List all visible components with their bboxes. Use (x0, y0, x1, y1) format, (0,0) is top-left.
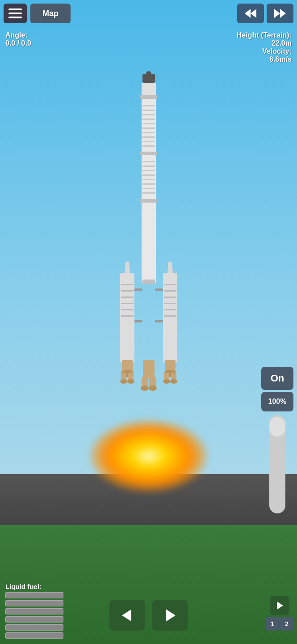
svg-rect-31 (120, 273, 134, 362)
svg-rect-33 (121, 290, 134, 292)
svg-rect-3 (142, 74, 155, 83)
throttle-thumb[interactable] (269, 417, 285, 436)
height-value: 22.0m (237, 39, 292, 47)
rewind-button[interactable] (237, 4, 264, 23)
velocity-label: Velocity: (237, 47, 292, 55)
svg-rect-35 (121, 303, 134, 304)
svg-rect-28 (142, 203, 156, 283)
svg-rect-37 (121, 315, 134, 317)
svg-point-42 (120, 379, 127, 384)
svg-point-58 (170, 379, 177, 384)
velocity-value: 6.6m/s (237, 55, 292, 64)
stage-1-button[interactable]: 1 (266, 617, 279, 631)
fuel-bar-6 (5, 632, 63, 639)
svg-rect-63 (142, 280, 155, 284)
svg-rect-32 (121, 284, 134, 285)
engine-on-button[interactable]: On (261, 367, 293, 390)
svg-rect-6 (142, 99, 156, 153)
left-controls: Map (4, 4, 71, 23)
svg-rect-52 (164, 315, 176, 317)
svg-rect-17 (140, 152, 157, 155)
throttle-track[interactable] (269, 415, 285, 513)
bottom-center-controls (109, 600, 188, 631)
rocket (100, 69, 198, 447)
svg-rect-10 (142, 119, 155, 120)
svg-rect-25 (142, 188, 155, 189)
svg-point-68 (149, 386, 157, 391)
svg-rect-46 (163, 273, 177, 362)
svg-rect-27 (140, 199, 157, 203)
bottom-right-controls: 1 2 (266, 596, 293, 631)
stage-buttons: 1 2 (266, 617, 293, 631)
svg-rect-22 (142, 174, 155, 176)
svg-rect-60 (155, 288, 163, 291)
map-button[interactable]: Map (30, 4, 71, 23)
angle-label: Angle: (5, 31, 31, 39)
svg-marker-75 (166, 610, 176, 622)
svg-marker-45 (167, 262, 173, 273)
svg-rect-49 (164, 297, 176, 298)
angle-value: 0.0 / 0.0 (5, 39, 31, 47)
throttle-percent-button[interactable]: 100% (261, 392, 293, 411)
svg-rect-64 (143, 360, 155, 378)
fastforward-button[interactable] (267, 4, 293, 23)
svg-rect-19 (142, 161, 155, 162)
svg-rect-5 (140, 95, 157, 99)
height-label: Height (Terrain): (237, 31, 292, 39)
svg-marker-73 (277, 602, 283, 610)
svg-marker-72 (274, 9, 280, 18)
svg-rect-4 (142, 83, 156, 96)
svg-marker-30 (125, 262, 130, 273)
svg-rect-15 (142, 141, 155, 142)
play-button-small[interactable] (270, 596, 289, 615)
stage-2-button[interactable]: 2 (280, 617, 293, 631)
svg-rect-34 (121, 297, 134, 298)
svg-rect-48 (164, 290, 176, 292)
menu-bar-1 (8, 8, 22, 10)
svg-point-57 (163, 379, 170, 384)
nav-right-button[interactable] (152, 600, 188, 631)
svg-marker-74 (122, 610, 131, 622)
svg-marker-71 (280, 9, 286, 18)
svg-rect-36 (121, 309, 134, 310)
svg-rect-11 (142, 123, 155, 124)
fuel-bar-3 (5, 608, 63, 614)
svg-rect-21 (142, 170, 155, 171)
fuel-bar-4 (5, 616, 63, 623)
svg-rect-26 (142, 192, 155, 194)
top-bar: Map (4, 4, 293, 23)
fuel-bar-1 (5, 592, 63, 598)
svg-marker-69 (245, 9, 251, 18)
svg-rect-9 (142, 114, 155, 115)
svg-rect-23 (142, 179, 155, 180)
svg-rect-59 (134, 288, 142, 291)
menu-bar-2 (8, 13, 22, 14)
svg-point-67 (141, 386, 149, 391)
menu-bar-3 (8, 17, 22, 18)
right-controls (237, 4, 293, 23)
fuel-panel: Liquid fuel: (5, 583, 63, 640)
svg-rect-50 (164, 303, 176, 304)
svg-rect-13 (142, 132, 155, 133)
svg-rect-8 (142, 110, 155, 111)
fuel-bar-5 (5, 624, 63, 631)
svg-rect-47 (164, 284, 176, 285)
svg-rect-24 (142, 183, 155, 185)
svg-rect-61 (134, 320, 142, 322)
svg-marker-70 (251, 9, 256, 18)
svg-rect-14 (142, 136, 155, 138)
svg-point-43 (127, 379, 134, 384)
svg-rect-7 (142, 105, 155, 106)
svg-rect-20 (142, 165, 155, 167)
fuel-label: Liquid fuel: (5, 583, 63, 590)
svg-rect-16 (142, 145, 155, 147)
svg-rect-12 (142, 127, 155, 129)
right-panel: On 100% (261, 367, 293, 513)
stats-left: Angle: 0.0 / 0.0 (5, 31, 31, 47)
stats-right: Height (Terrain): 22.0m Velocity: 6.6m/s (237, 31, 292, 64)
fuel-bar-2 (5, 600, 63, 606)
nav-left-button[interactable] (109, 600, 145, 631)
menu-button[interactable] (4, 4, 27, 23)
svg-rect-62 (155, 320, 163, 322)
svg-rect-51 (164, 309, 176, 310)
